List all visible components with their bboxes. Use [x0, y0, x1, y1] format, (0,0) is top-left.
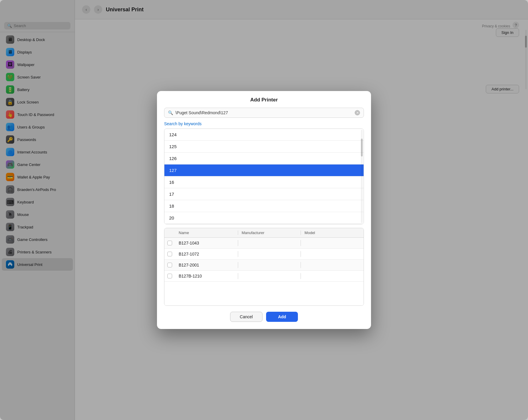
printer-checkbox-2[interactable] — [167, 263, 172, 267]
modal-overlay: Add Printer 🔍 ✕ Search by keywords 124 1… — [0, 0, 528, 420]
printer-name-3: B127B-1210 — [175, 271, 238, 281]
printer-table-header: Name Manufacturer Model — [164, 228, 364, 238]
result-item-20[interactable]: 20 — [164, 212, 364, 224]
modal-buttons: Cancel Add — [157, 312, 371, 322]
printer-model-1 — [301, 251, 364, 257]
printer-empty-area — [164, 282, 364, 305]
printer-name-2: B127-2001 — [175, 260, 238, 270]
result-item-17[interactable]: 17 — [164, 188, 364, 200]
printer-table: Name Manufacturer Model B127-1043 — [164, 228, 364, 306]
app-window: 🔍 🖥 Desktop & Dock 🖥 Displays 🖼 Wallpape… — [0, 0, 528, 420]
col-header-check — [164, 231, 175, 235]
modal-search-icon: 🔍 — [168, 110, 173, 115]
printer-row-0[interactable]: B127-1043 — [164, 238, 364, 249]
printer-checkbox-3[interactable] — [167, 274, 172, 278]
add-button[interactable]: Add — [266, 312, 298, 322]
printer-name-1: B127-1072 — [175, 249, 238, 259]
printer-row-2[interactable]: B127-2001 — [164, 260, 364, 271]
search-results-list: 124 125 126 127 16 17 18 20 — [164, 128, 364, 224]
printer-row-3[interactable]: B127B-1210 — [164, 271, 364, 282]
cancel-button[interactable]: Cancel — [230, 312, 263, 322]
modal-search-clear-button[interactable]: ✕ — [355, 110, 360, 115]
printer-manufacturer-0 — [238, 240, 301, 246]
col-header-model: Model — [301, 231, 364, 235]
result-item-126[interactable]: 126 — [164, 153, 364, 164]
printer-model-0 — [301, 240, 364, 246]
modal-search-input[interactable] — [175, 110, 352, 115]
add-printer-modal: Add Printer 🔍 ✕ Search by keywords 124 1… — [157, 91, 371, 329]
result-item-125[interactable]: 125 — [164, 141, 364, 153]
printer-manufacturer-3 — [238, 273, 301, 279]
result-item-124[interactable]: 124 — [164, 129, 364, 141]
printer-manufacturer-1 — [238, 251, 301, 257]
results-scrollbar[interactable] — [361, 130, 363, 223]
printer-model-3 — [301, 273, 364, 279]
result-item-18[interactable]: 18 — [164, 200, 364, 212]
printer-row-1[interactable]: B127-1072 — [164, 249, 364, 260]
col-header-name: Name — [175, 231, 238, 235]
printer-manufacturer-2 — [238, 262, 301, 268]
result-item-127[interactable]: 127 — [164, 164, 364, 176]
modal-title: Add Printer — [157, 91, 371, 108]
results-scrollbar-thumb — [361, 139, 363, 156]
result-item-16[interactable]: 16 — [164, 176, 364, 188]
search-by-keywords-link[interactable]: Search by keywords — [164, 121, 364, 126]
modal-search-bar: 🔍 ✕ — [164, 108, 364, 118]
printer-checkbox-1[interactable] — [167, 252, 172, 256]
printer-name-0: B127-1043 — [175, 238, 238, 248]
col-header-manufacturer: Manufacturer — [238, 231, 301, 235]
printer-checkbox-0[interactable] — [167, 241, 172, 245]
printer-model-2 — [301, 262, 364, 268]
